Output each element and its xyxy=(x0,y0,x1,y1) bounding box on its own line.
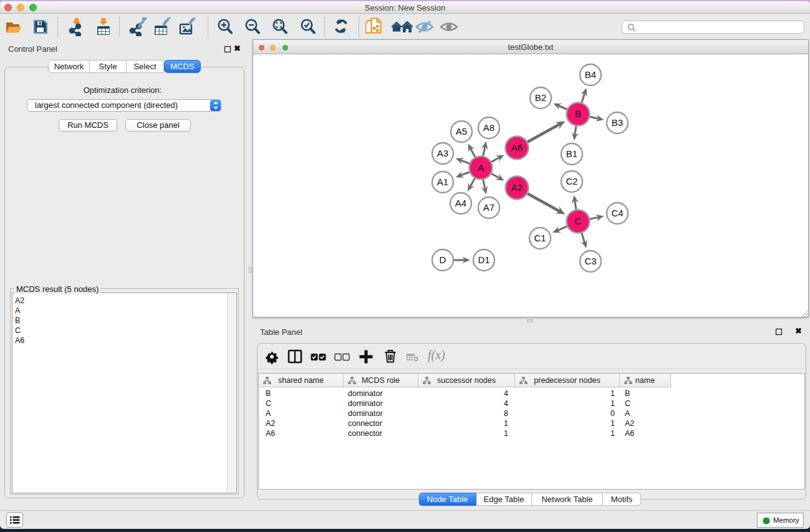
svg-text:C2: C2 xyxy=(566,176,577,186)
svg-text:B4: B4 xyxy=(585,69,596,80)
svg-text:A5: A5 xyxy=(456,126,467,137)
svg-text:C4: C4 xyxy=(611,208,623,218)
svg-text:B3: B3 xyxy=(612,117,623,128)
svg-text:A3: A3 xyxy=(437,148,448,158)
svg-text:D: D xyxy=(440,254,446,265)
svg-text:D1: D1 xyxy=(478,254,489,265)
svg-text:C3: C3 xyxy=(584,256,596,266)
svg-text:B: B xyxy=(575,109,581,119)
svg-text:B2: B2 xyxy=(535,92,546,103)
svg-text:A2: A2 xyxy=(511,182,523,193)
svg-text:C: C xyxy=(575,216,582,226)
svg-text:A1: A1 xyxy=(437,177,448,187)
svg-text:A6: A6 xyxy=(511,142,523,153)
svg-text:A8: A8 xyxy=(483,122,494,133)
svg-text:B1: B1 xyxy=(566,148,577,159)
svg-text:A4: A4 xyxy=(455,198,466,208)
svg-text:C1: C1 xyxy=(534,233,546,243)
svg-text:A7: A7 xyxy=(483,202,494,213)
svg-text:A: A xyxy=(478,162,484,173)
